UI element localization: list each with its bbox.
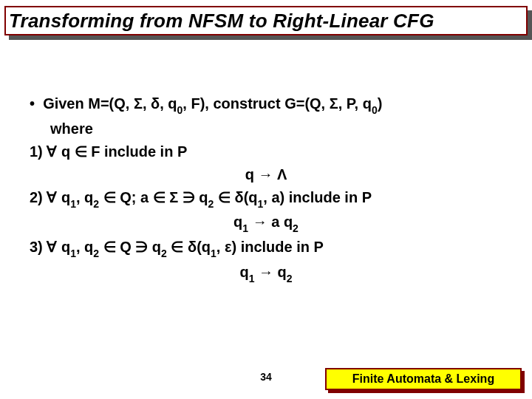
sub: 2 [287, 273, 293, 284]
elem: ∈ [103, 189, 116, 205]
sub: 2 [208, 198, 214, 210]
t: q [273, 264, 287, 280]
t: q [57, 143, 74, 160]
page-number: 34 [260, 371, 272, 383]
t: where [50, 120, 93, 137]
t: , P, q [338, 95, 372, 112]
elem: ∈ [75, 143, 87, 160]
elem: ∈ [171, 239, 183, 255]
rule-2-prod: q1 → a q2 [30, 211, 502, 236]
t: q [57, 239, 70, 255]
t: q [239, 264, 248, 280]
t: q [57, 189, 70, 205]
t: (q [197, 239, 211, 255]
lambda: Λ [277, 166, 287, 183]
t: q [233, 214, 242, 230]
forall: ∀ [47, 239, 57, 255]
sub: 2 [93, 198, 99, 210]
rule-2: 2) ∀ q1, q2 ∈ Q; a ∈ Σ ∋ q2 ∈ δ(q1, a) i… [30, 186, 502, 211]
t: Given M=(Q, [43, 95, 134, 112]
elem: ∈ [153, 189, 166, 205]
arrow: → [258, 166, 273, 183]
title-box: Transforming from NFSM to Right-Linear C… [4, 6, 528, 35]
slide-body: • Given M=(Q, Σ, δ, q0, F), construct G=… [30, 92, 502, 285]
delta: δ [234, 189, 243, 205]
t: , q [76, 239, 93, 255]
t: Q [116, 239, 136, 255]
t: 3) [30, 239, 47, 255]
t: q [245, 166, 259, 183]
t: q [195, 189, 208, 205]
sub: 1 [242, 222, 248, 234]
t: , F), construct G=(Q, [183, 95, 329, 112]
sigma: Σ [134, 95, 143, 112]
forall: ∀ [47, 143, 57, 160]
arrow: → [259, 264, 273, 280]
sub: 1 [258, 198, 264, 210]
given-line: • Given M=(Q, Σ, δ, q0, F), construct G=… [30, 92, 502, 117]
t: , [143, 95, 151, 112]
sub: 1 [70, 248, 76, 259]
footer-box: Finite Automata & Lexing [325, 368, 522, 390]
t: , q [76, 189, 93, 205]
rule-3: 3) ∀ q1, q2 ∈ Q ∋ q2 ∈ δ(q1, ε) include … [30, 236, 502, 261]
t: q [148, 239, 161, 255]
t: , a) include in P [263, 189, 372, 205]
arrow: → [253, 214, 267, 230]
footer-label: Finite Automata & Lexing [352, 372, 494, 386]
sub: 2 [93, 248, 99, 259]
rule-1: 1) ∀ q ∈ F include in P [30, 140, 502, 163]
delta: δ [151, 95, 160, 112]
t: a q [267, 214, 293, 230]
t: , q [160, 95, 177, 112]
delta: δ [188, 239, 197, 255]
suchthat: ∋ [135, 239, 148, 255]
t: ) include in P [231, 239, 323, 255]
where-line: where [30, 117, 502, 140]
elem: ∈ [103, 239, 116, 255]
sub: 2 [293, 222, 299, 234]
t: Q; a [116, 189, 153, 205]
sigma: Σ [169, 189, 178, 205]
forall: ∀ [47, 189, 57, 205]
t: ) [378, 95, 383, 112]
sub: 2 [161, 248, 167, 259]
t: 1) [30, 143, 47, 160]
sub: 0 [372, 104, 378, 116]
sigma: Σ [330, 95, 338, 112]
sub: 1 [249, 273, 255, 284]
sub: 0 [177, 104, 183, 116]
t: (q [244, 189, 258, 205]
footer-banner: Finite Automata & Lexing [325, 368, 522, 390]
rule-1-prod: q → Λ [30, 163, 502, 186]
t: , [216, 239, 225, 255]
sub: 1 [70, 198, 76, 210]
sub: 1 [211, 248, 216, 259]
title-banner: Transforming from NFSM to Right-Linear C… [4, 6, 528, 35]
slide-title: Transforming from NFSM to Right-Linear C… [9, 10, 434, 33]
elem: ∈ [218, 189, 231, 205]
rule-3-prod: q1 → q2 [30, 261, 502, 286]
t: 2) [30, 189, 47, 205]
t: F include in P [87, 143, 188, 160]
suchthat: ∋ [183, 189, 195, 205]
